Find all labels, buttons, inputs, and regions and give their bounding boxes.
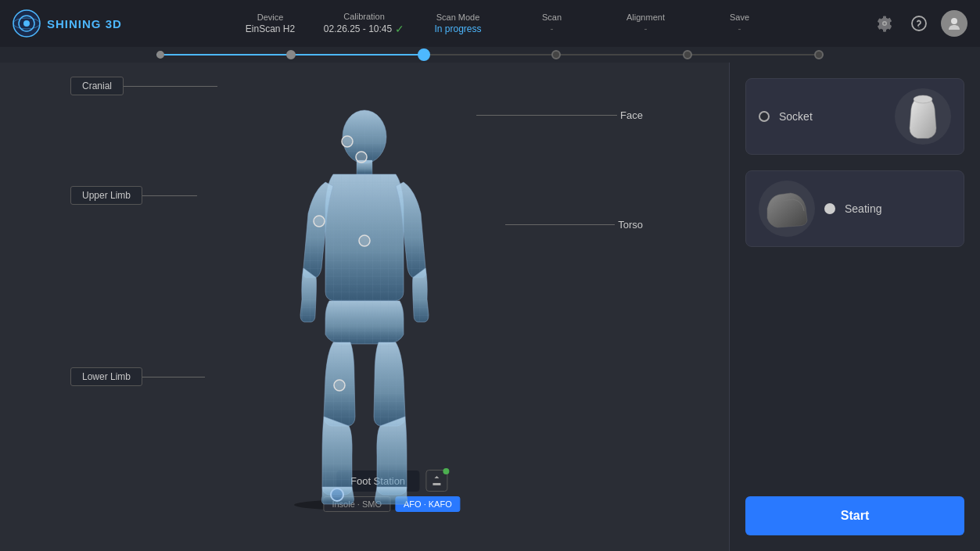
- torso-line: [505, 224, 615, 225]
- right-panel-spacer: [745, 263, 964, 465]
- user-avatar[interactable]: [941, 10, 967, 37]
- progress-dot-6: [814, 50, 824, 59]
- socket-radio[interactable]: [759, 111, 770, 122]
- lower-limb-section: Lower Limb: [70, 367, 205, 386]
- svg-point-2: [23, 20, 30, 27]
- calibration-check-icon: ✓: [395, 23, 404, 35]
- right-panel: Socket: [730, 63, 980, 551]
- seating-figure: [763, 185, 810, 232]
- app-header: SHINING 3D Device EinScan H2 Calibration…: [0, 0, 980, 47]
- face-label: Face: [620, 109, 643, 121]
- cranial-label: Cranial: [70, 77, 124, 95]
- progress-track: [156, 54, 824, 55]
- lower-limb-dot: [334, 380, 345, 391]
- logo-text: SHINING 3D: [47, 17, 122, 30]
- body-panel: Cranial Upper Limb Lower Limb Face Torso: [0, 63, 729, 551]
- face-dot-2: [356, 152, 367, 163]
- progress-bar: [0, 47, 980, 63]
- face-section: Face: [476, 109, 643, 121]
- socket-image: [895, 88, 951, 145]
- progress-dot-1: [156, 51, 164, 59]
- seating-card[interactable]: Seating: [745, 170, 964, 247]
- lower-limb-label: Lower Limb: [70, 367, 142, 386]
- step-calibration: Calibration 02.26.25 - 10:45 ✓: [318, 12, 411, 35]
- svg-point-5: [919, 27, 920, 28]
- cranial-section: Cranial: [70, 77, 217, 95]
- seating-label: Seating: [845, 202, 951, 215]
- logo-area: SHINING 3D: [13, 9, 138, 38]
- progress-steps: Device EinScan H2 Calibration 02.26.25 -…: [138, 12, 872, 35]
- socket-figure: [903, 93, 942, 140]
- header-actions: [872, 10, 967, 37]
- progress-dot-5: [683, 50, 692, 59]
- upper-limb-line: [142, 195, 197, 196]
- step-scan-mode: Scan Mode In progress: [411, 13, 505, 34]
- foot-dot: [331, 488, 343, 501]
- step-scan: Scan -: [505, 13, 599, 34]
- export-status-dot: [443, 468, 449, 474]
- socket-label: Socket: [779, 110, 885, 123]
- svg-point-11: [914, 95, 932, 103]
- progress-dot-4: [551, 50, 561, 59]
- logo-icon: [13, 9, 41, 38]
- step-alignment: Alignment -: [599, 13, 693, 34]
- cranial-line: [124, 86, 217, 87]
- seating-radio[interactable]: [824, 203, 835, 214]
- face-line: [476, 115, 617, 116]
- lower-limb-line: [142, 377, 205, 377]
- start-button[interactable]: Start: [745, 496, 964, 535]
- torso-section: Torso: [505, 219, 643, 231]
- progress-dots: [156, 48, 824, 61]
- svg-point-4: [912, 16, 926, 30]
- help-button[interactable]: [906, 11, 932, 36]
- svg-point-6: [951, 18, 957, 24]
- upper-limb-section: Upper Limb: [70, 186, 197, 205]
- progress-dot-3: [418, 48, 430, 61]
- torso-dot: [359, 235, 370, 246]
- settings-button[interactable]: [872, 11, 897, 36]
- step-device: Device EinScan H2: [224, 13, 318, 34]
- face-dot: [342, 136, 353, 147]
- body-model-area: [232, 96, 497, 518]
- torso-label: Torso: [618, 219, 643, 231]
- body-figure-svg: [286, 104, 443, 510]
- upper-limb-dot: [314, 216, 325, 227]
- seating-image: [759, 181, 815, 237]
- progress-dot-2: [286, 50, 296, 59]
- main-content: Cranial Upper Limb Lower Limb Face Torso: [0, 63, 980, 551]
- upper-limb-label: Upper Limb: [70, 186, 142, 205]
- socket-card[interactable]: Socket: [745, 78, 964, 155]
- step-save: Save -: [693, 13, 787, 34]
